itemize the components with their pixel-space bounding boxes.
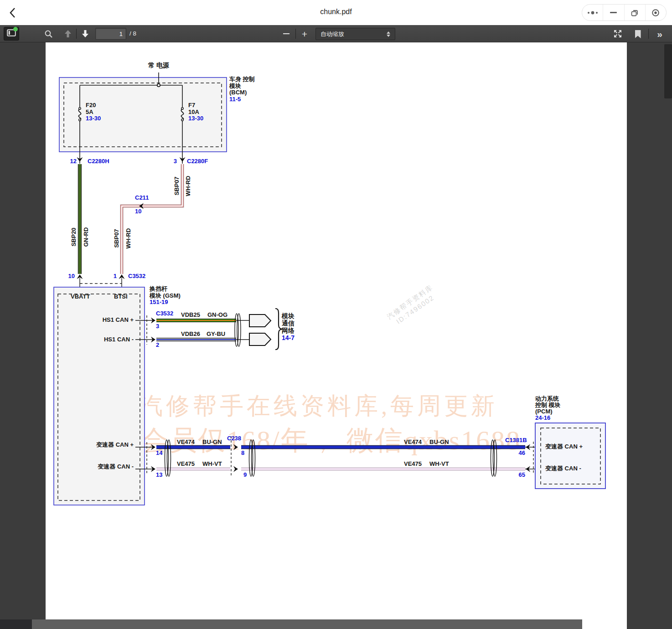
search-button[interactable] <box>43 29 54 39</box>
more-tools-button[interactable]: » <box>653 28 667 40</box>
app-header: chunk.pdf <box>0 0 672 25</box>
next-page-button[interactable] <box>80 29 91 39</box>
pcm-module-label: 动力系统 控制 模块 (PCM) 24-16 <box>535 396 561 421</box>
wire-label-sbp07: SBP07 <box>173 176 180 195</box>
connector-c211: C211 <box>135 195 149 201</box>
fuse-f20-label: F20 5A 13-30 <box>86 102 101 122</box>
pin-10-gsm: 10 <box>59 273 75 280</box>
wire-label-bu-gn: BU-GN <box>429 439 449 446</box>
gsm-module-label: 换挡杆 模块 (GSM) 151-19 <box>150 286 181 306</box>
pin-label-btsi: BTSI <box>114 294 128 300</box>
pin-8: 8 <box>241 450 244 457</box>
wire-label-gn-rd: GN-RD <box>83 227 89 247</box>
zoom-select-value: 自动缩放 <box>320 30 344 38</box>
pin-13: 13 <box>156 472 162 479</box>
circle-dot-icon <box>651 8 660 17</box>
zoom-out-button[interactable] <box>280 29 292 39</box>
chevron-left-icon <box>8 7 18 19</box>
wire-label-sbp07: SBP07 <box>113 229 120 247</box>
wire-label-ve474: VE474 <box>177 439 195 446</box>
bookmark-button[interactable] <box>632 29 644 39</box>
pin-2-c3532: 2 <box>156 342 159 349</box>
arrow-up-icon <box>64 29 72 38</box>
pin-1-gsm: 1 <box>107 273 117 280</box>
wire-label-wh-vt: WH-VT <box>429 461 449 468</box>
wire-label-gn-og: GN-OG <box>207 312 227 319</box>
document-title: chunk.pdf <box>0 8 672 16</box>
fullscreen-icon <box>613 29 622 38</box>
toolbar-separator <box>648 29 649 39</box>
wire-label-vdb25: VDB25 <box>181 312 200 319</box>
toggle-sidebar-button[interactable] <box>4 27 19 41</box>
restore-window-icon <box>630 8 639 17</box>
pin-10-c211: 10 <box>135 208 141 215</box>
bookmark-icon <box>635 30 641 38</box>
pdf-viewer: 汽修帮手在线资料库,每周更新 会员仅168/年， 微信qxbs1688 汽修帮手… <box>0 42 672 629</box>
page-count-label: / 8 <box>129 30 136 37</box>
wire-label-ve475: VE475 <box>177 461 195 468</box>
minus-icon <box>283 33 289 35</box>
back-button[interactable] <box>5 5 20 20</box>
close-button[interactable] <box>646 5 666 21</box>
pcm-pin-trans-can-p: 变速器 CAN + <box>545 443 583 450</box>
pin-3-c3532: 3 <box>156 323 159 330</box>
pin-3: 3 <box>170 158 177 165</box>
window-controls <box>582 4 667 21</box>
wire-label-vdb26: VDB26 <box>181 331 200 338</box>
pin-65: 65 <box>510 472 525 479</box>
presentation-mode-button[interactable] <box>612 29 624 39</box>
wire-label-wh-rd: WH-RD <box>125 228 132 249</box>
pin-label-vbatt: VBATT <box>71 294 90 300</box>
zoom-in-button[interactable]: + <box>299 28 310 39</box>
horizontal-scrollbar-track <box>0 619 32 629</box>
power-source-label: 常 电源 <box>137 62 181 69</box>
connector-c1381b: C1381B <box>505 437 527 444</box>
wire-label-wh-vt: WH-VT <box>202 461 222 468</box>
arrow-down-icon <box>81 29 89 38</box>
pdf-toolbar: / 8 + 自动缩放 » <box>0 25 672 42</box>
connector-c2280h: C2280H <box>88 158 109 165</box>
network-label: 模块 通信 网络 14-7 <box>282 312 295 341</box>
pin-label-trans-can-p: 变速器 CAN + <box>74 442 134 449</box>
pin-14: 14 <box>156 450 162 457</box>
wire-label-ve475: VE475 <box>404 461 422 468</box>
toolbar-separator <box>295 29 296 39</box>
fuse-f7-label: F7 10A 13-30 <box>188 102 203 122</box>
previous-page-button[interactable] <box>62 29 73 39</box>
connector-c3532-top: C3532 <box>128 273 145 280</box>
minimize-icon <box>610 12 617 13</box>
more-menu-button[interactable] <box>582 5 603 21</box>
double-chevron-icon: » <box>657 29 662 39</box>
wire-label-sbp20: SBP20 <box>70 227 77 246</box>
zoom-select[interactable]: 自动缩放 <box>315 28 395 40</box>
pin-label-trans-can-m: 变速器 CAN - <box>74 464 134 470</box>
vertical-scrollbar-thumb[interactable] <box>664 44 672 98</box>
pin-label-hs1-can-m: HS1 CAN - <box>88 336 134 343</box>
pin-label-hs1-can-p: HS1 CAN + <box>88 317 134 324</box>
select-spinner-icon <box>387 31 390 37</box>
app-window: chunk.pdf <box>0 0 672 629</box>
minimize-button[interactable] <box>603 5 624 21</box>
wire-label-wh-rd: WH-RD <box>185 176 191 196</box>
toolbar-separator <box>76 29 77 39</box>
wire-label-gy-bu: GY-BU <box>207 331 225 338</box>
wire-label-bu-gn: BU-GN <box>202 439 222 446</box>
search-icon <box>44 30 53 38</box>
page-number-input[interactable] <box>95 28 126 40</box>
pin-9: 9 <box>243 472 247 479</box>
bcm-module-label: 车身 控制 模块 (BCM) 11-5 <box>229 76 255 103</box>
dots-icon <box>587 10 599 15</box>
connector-c3532: C3532 <box>156 310 173 317</box>
connector-c2280f: C2280F <box>187 158 208 165</box>
pin-46: 46 <box>510 450 525 457</box>
wire-label-ve474: VE474 <box>404 439 422 446</box>
pcm-pin-trans-can-m: 变速器 CAN - <box>545 465 581 472</box>
restore-button[interactable] <box>625 5 645 21</box>
notification-dot <box>13 27 18 31</box>
pdf-page: 汽修帮手在线资料库,每周更新 会员仅168/年， 微信qxbs1688 汽修帮手… <box>46 42 627 629</box>
pin-12: 12 <box>61 158 77 165</box>
plus-icon: + <box>302 29 307 39</box>
connector-c238: C238 <box>227 435 241 442</box>
